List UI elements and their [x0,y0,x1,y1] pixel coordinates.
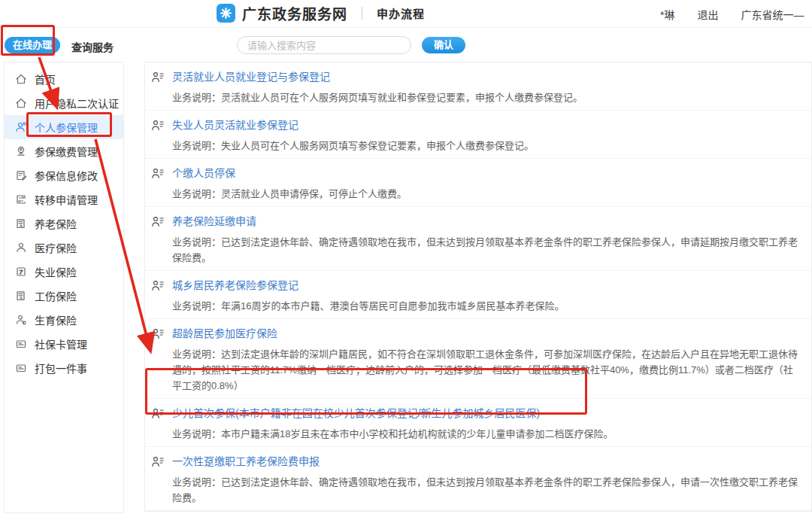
service-link[interactable]: 一次性趸缴职工养老保险费申报 [172,454,320,469]
service-link[interactable]: 个缴人员停保 [172,166,235,181]
person-plus-icon [15,121,27,133]
service-link[interactable]: 城乡居民养老保险参保登记 [172,278,298,293]
card-icon [15,362,27,374]
stamp-icon [15,145,27,157]
sidebar: 首页 用户隐私二次认证 个人参保管理 参保缴费管理 参保信息修改 转移申请管理 … [4,62,124,513]
sidebar-item-package-service[interactable]: 打包一件事 [5,356,123,380]
home-icon [15,97,27,109]
person-list-icon [151,455,165,469]
service-item: 灵活就业人员就业登记与参保登记 业务说明：灵活就业人员可在个人服务网页填写就业和… [145,62,811,111]
service-item: 企业职工个人缴费记录合并 业务说明：企业职工个人缴费记录合并 [145,511,811,517]
person-bell-icon [15,314,27,326]
sidebar-item-transfer-management[interactable]: 转移申请管理 [5,187,123,211]
service-item: 失业人员灵活就业参保登记 业务说明：失业人员可在个人服务网页填写参保登记要素，申… [145,111,811,159]
person-list-icon [151,327,165,341]
doc-edit-icon [15,169,27,181]
service-item: 城乡居民养老保险参保登记 业务说明：年满16周岁的本市户籍、港澳台等居民可自愿参… [145,271,811,319]
service-link[interactable]: 失业人员灵活就业参保登记 [172,117,298,132]
badge-icon [15,266,27,278]
sidebar-item-injury-insurance[interactable]: 工伤保险 [5,284,123,308]
sidebar-item-home[interactable]: 首页 [5,67,123,91]
sidebar-item-pension-insurance[interactable]: 养老保险 [5,211,123,236]
sidebar-item-payment-management[interactable]: 参保缴费管理 [5,139,123,163]
person-list-icon [151,215,165,229]
person-icon [15,242,27,254]
person-list-icon [151,71,165,84]
sidebar-item-medical-insurance[interactable]: 医疗保险 [5,236,123,260]
service-list: 灵活就业人员就业登记与参保登记 业务说明：灵活就业人员可在个人服务网页填写就业和… [144,62,812,512]
person-list-icon [151,407,165,421]
doc-money-icon [15,290,27,302]
sidebar-item-privacy-auth[interactable]: 用户隐私二次认证 [5,91,123,115]
sidebar-item-personal-insurance[interactable]: 个人参保管理 [5,115,123,139]
header-right: *琳 退出 广东省统一— [660,7,804,22]
sidebar-item-unemployment-insurance[interactable]: 失业保险 [5,260,123,284]
sidebar-item-info-modify[interactable]: 参保信息修改 [5,163,123,187]
tab-bar: 在线办理 查询服务 确认 [0,29,812,60]
service-description: 业务说明：灵活就业人员可在个人服务网页填写就业和参保登记要素，申报个人缴费参保登… [172,90,798,105]
service-item: 一次性趸缴职工养老保险费申报 业务说明：已达到法定退休年龄、确定待遇领取地在我市… [145,447,811,511]
service-description: 业务说明：达到法定退休年龄的深圳户籍居民，如不符合在深圳领取职工退休金条件，可参… [172,346,798,394]
tab-online-service[interactable]: 在线办理 [5,37,60,53]
service-link[interactable]: 养老保险延缴申请 [172,214,256,229]
gdzw-logo-icon [217,4,235,23]
person-list-icon [151,119,165,132]
service-item: 个缴人员停保 业务说明：灵活就业人员申请停保，可停止个人缴费。 [145,159,811,207]
transfer-icon [15,193,27,205]
service-description: 业务说明：本市户籍未满18岁且未在本市中小学校和托幼机构就读的少年儿童申请参加二… [172,426,798,442]
service-item: 超龄居民参加医疗保险 业务说明：达到法定退休年龄的深圳户籍居民，如不符合在深圳领… [145,319,811,399]
service-link[interactable]: 少儿首次参保(本市户籍非在园在校少儿首次参保登记/新生儿参加城乡居民医保) [172,406,540,421]
tab-query-service[interactable]: 查询服务 [71,39,114,54]
confirm-button[interactable]: 确认 [422,37,465,53]
service-description: 业务说明：年满16周岁的本市户籍、港澳台等居民可自愿参加我市城乡居民基本养老保险… [172,298,798,314]
header: 广东政务服务网 申办流程 *琳 退出 广东省统一— [0,0,812,28]
person-list-icon [151,167,165,181]
service-description: 业务说明：失业人员可在个人服务网页填写参保登记要素，申报个人缴费参保登记。 [172,138,798,154]
user-name[interactable]: *琳 [660,7,674,22]
service-description: 业务说明：灵活就业人员申请停保，可停止个人缴费。 [172,186,798,202]
service-item: 养老保险延缴申请 业务说明：已达到法定退休年龄、确定待遇领取地在我市，但未达到按… [145,207,811,271]
service-link[interactable]: 超龄居民参加医疗保险 [172,326,277,341]
sso-link[interactable]: 广东省统一— [741,7,804,22]
service-item-highlighted: 少儿首次参保(本市户籍非在园在校少儿首次参保登记/新生儿参加城乡居民医保) 业务… [145,399,811,447]
card-icon [15,338,27,350]
service-link[interactable]: 灵活就业人员就业登记与参保登记 [172,69,330,84]
sidebar-item-social-card[interactable]: 社保卡管理 [5,332,123,356]
brand: 广东政务服务网 申办流程 [217,3,425,23]
logout-link[interactable]: 退出 [697,7,718,22]
site-title: 广东政务服务网 [242,3,347,23]
sidebar-menu: 首页 用户隐私二次认证 个人参保管理 参保缴费管理 参保信息修改 转移申请管理 … [5,62,123,380]
person-list-icon [151,279,165,293]
page-title: 申办流程 [377,5,425,21]
title-divider [362,7,362,20]
search-input[interactable] [237,36,411,54]
service-description: 业务说明：已达到法定退休年龄、确定待遇领取地在我市，但未达到按月领取基本养老金条… [172,474,798,506]
sidebar-item-maternity-insurance[interactable]: 生育保险 [5,308,123,332]
home-icon [15,73,27,85]
service-description: 业务说明：已达到法定退休年龄、确定待遇领取地在我市，但未达到按月领取基本养老金条… [172,234,798,266]
doc-money-icon [15,217,27,230]
